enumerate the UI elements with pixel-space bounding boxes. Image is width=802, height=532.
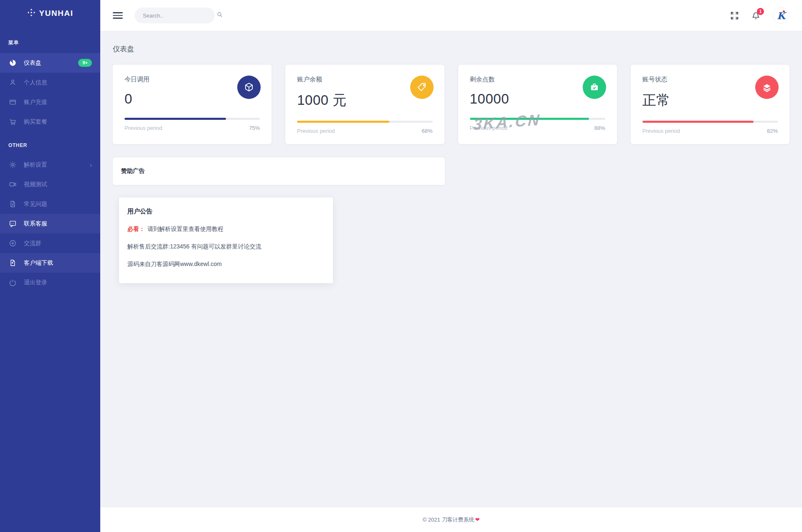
sidebar-item-parse-settings[interactable]: 解析设置 › <box>0 155 100 175</box>
notice-line-1: 必看：请到解析设置里查看使用教程 <box>127 225 325 233</box>
file-download-icon <box>8 259 17 267</box>
brand-name: YUNHAI <box>39 9 74 18</box>
tag-icon <box>410 76 434 99</box>
sidebar-item-contact-support[interactable]: 联系客服 <box>0 214 100 233</box>
notice-line-1-text: 请到解析设置里查看使用教程 <box>147 225 223 232</box>
sidebar-item-faq[interactable]: 常见问题 <box>0 194 100 214</box>
progress-track <box>642 121 778 123</box>
topbar: 1 K <box>100 0 802 31</box>
sidebar-item-label: 客户端下载 <box>24 259 53 267</box>
notice-line-2: 解析售后交流群:123456 有问题可以发群里讨论交流 <box>127 243 325 251</box>
user-notice-title: 用户公告 <box>127 208 325 215</box>
previous-period-label: Previous period <box>297 128 335 134</box>
sponsor-ad-title: 赞助广告 <box>121 167 145 175</box>
sidebar-item-client-download[interactable]: 客户端下载 <box>0 253 100 273</box>
fullscreen-icon[interactable] <box>730 11 739 20</box>
notice-line-3: 源码来自刀客源码网www.dkewl.com <box>127 261 325 268</box>
sidebar-item-label: 账户充值 <box>24 99 47 106</box>
progress-track <box>124 118 260 120</box>
progress-fill <box>642 121 754 123</box>
percent-label: 88% <box>594 125 605 131</box>
must-read-label: 必看： <box>127 225 145 232</box>
main-column: 1 K 仪表盘 今日调用 0 P <box>100 0 802 532</box>
sidebar-item-logout[interactable]: 退出登录 <box>0 273 100 292</box>
sidebar-item-buy-package[interactable]: 购买套餐 <box>0 112 100 132</box>
chevron-right-icon: › <box>90 162 92 168</box>
sponsor-ad-card: 赞助广告 <box>113 157 445 185</box>
briefcase-check-icon <box>583 76 606 99</box>
stat-card-today-calls: 今日调用 0 Previous period 75% <box>113 65 272 144</box>
user-notice-card: 用户公告 必看：请到解析设置里查看使用教程 解析售后交流群:123456 有问题… <box>119 198 333 283</box>
dashboard-badge: 9+ <box>78 59 92 67</box>
sidebar-item-label: 解析设置 <box>24 161 47 169</box>
sidebar-item-label: 常见问题 <box>24 200 47 208</box>
percent-label: 82% <box>767 128 778 134</box>
sidebar-item-label: 个人信息 <box>24 79 47 86</box>
avatar-logo[interactable]: K <box>773 7 789 24</box>
chat-icon <box>8 220 17 228</box>
content-area: 仪表盘 今日调用 0 Previous period 75% 账户余额 <box>100 31 802 507</box>
user-icon <box>8 79 17 87</box>
topbar-right: 1 K <box>730 7 789 24</box>
cart-icon <box>8 118 17 126</box>
plus-circle-icon <box>8 239 17 248</box>
speedometer-icon <box>8 59 17 67</box>
stat-card-account-status: 账号状态 正常 Previous period 82% <box>631 65 789 144</box>
sidebar-item-profile[interactable]: 个人信息 <box>0 73 100 92</box>
stat-card-balance: 账户余额 1000 元 Previous period 68% <box>285 65 444 144</box>
percent-label: 75% <box>249 125 260 131</box>
footer: © 2021 刀客计费系统 ❤ <box>100 507 802 532</box>
search-input[interactable] <box>143 13 216 19</box>
sidebar-section-menu: 菜单 <box>0 27 100 53</box>
sidebar-section-other: OTHER <box>0 132 100 155</box>
brand[interactable]: YUNHAI <box>0 0 100 27</box>
power-icon <box>8 279 17 287</box>
menu-icon[interactable] <box>113 12 123 19</box>
progress-fill <box>297 121 389 123</box>
progress-fill <box>124 118 226 120</box>
sidebar-item-label: 联系客服 <box>24 220 47 228</box>
video-icon <box>8 180 17 189</box>
cube-icon <box>237 76 261 99</box>
sidebar-item-label: 退出登录 <box>24 279 47 286</box>
percent-label: 68% <box>421 128 432 134</box>
app-window: YUNHAI 菜单 仪表盘 9+ 个人信息 账户充值 购买 <box>0 0 802 532</box>
sidebar-item-label: 视频测试 <box>24 181 47 188</box>
sidebar-item-dashboard[interactable]: 仪表盘 9+ <box>0 53 100 73</box>
sidebar-item-label: 仪表盘 <box>24 59 41 67</box>
sidebar-item-group[interactable]: 交流群 <box>0 233 100 253</box>
page-title: 仪表盘 <box>113 44 789 54</box>
sidebar-item-recharge[interactable]: 账户充值 <box>0 92 100 112</box>
progress-track <box>470 118 605 120</box>
previous-period-label: Previous period <box>642 128 680 134</box>
bell-icon[interactable]: 1 <box>751 11 760 20</box>
sidebar-item-label: 购买套餐 <box>24 118 47 126</box>
search-box[interactable] <box>135 8 215 23</box>
stat-cards-row: 今日调用 0 Previous period 75% 账户余额 1000 元 <box>113 65 789 144</box>
sidebar-item-label: 交流群 <box>24 240 41 247</box>
progress-track <box>297 121 432 123</box>
sidebar: YUNHAI 菜单 仪表盘 9+ 个人信息 账户充值 购买 <box>0 0 100 532</box>
gear-icon <box>8 161 17 169</box>
stat-card-points: 剩余点数 10000 Previous period 88% <box>458 65 617 144</box>
layers-icon <box>755 76 779 99</box>
previous-period-label: Previous period <box>470 125 508 131</box>
previous-period-label: Previous period <box>124 125 162 131</box>
move-arrows-icon <box>27 8 36 18</box>
wallet-icon <box>8 98 17 106</box>
sidebar-item-video-test[interactable]: 视频测试 <box>0 175 100 194</box>
notification-badge: 1 <box>757 8 764 15</box>
search-icon[interactable] <box>216 11 223 20</box>
footer-copyright: © 2021 刀客计费系统 <box>423 516 475 524</box>
heart-icon: ❤ <box>475 517 480 523</box>
document-icon <box>8 200 17 208</box>
progress-fill <box>470 118 589 120</box>
